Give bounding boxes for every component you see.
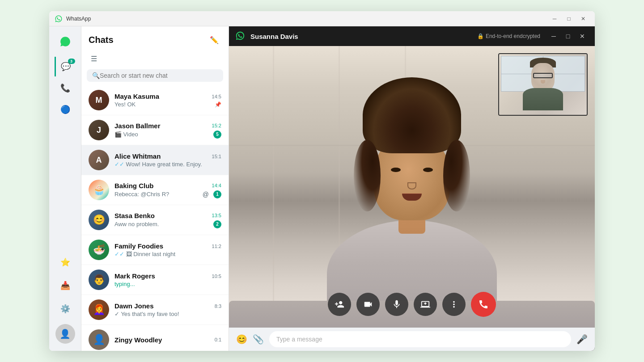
- hamburger-menu-button[interactable]: ☰: [87, 51, 101, 66]
- last-message: typing...: [114, 281, 221, 287]
- chats-panel: Chats ✏️ ☰ 🔍: [81, 26, 229, 351]
- call-window-controls: ─ □ ✕: [547, 31, 589, 42]
- camera-toggle-button[interactable]: [356, 293, 380, 316]
- chat-info: Alice Whitman 15:1 ✓✓ Wow! Have great ti…: [114, 152, 221, 168]
- sidebar-item-archived[interactable]: 📥: [55, 276, 75, 295]
- chats-header: Chats ✏️: [81, 26, 229, 51]
- contact-name: Stasa Benko: [114, 212, 155, 219]
- chat-info: Mark Rogers 10:5 typing...: [114, 272, 221, 287]
- voice-message-button[interactable]: 🎤: [576, 334, 588, 345]
- sidebar-item-status[interactable]: 🔵: [55, 100, 75, 119]
- list-item[interactable]: 👤 Zingy Woodley 0:1: [81, 325, 229, 351]
- search-icon: 🔍: [92, 72, 100, 79]
- unread-badge: 3: [68, 59, 75, 64]
- message-time: 15:2: [212, 123, 221, 128]
- new-chat-button[interactable]: ✏️: [207, 33, 221, 47]
- sidebar-item-chats[interactable]: 💬 3: [55, 57, 76, 76]
- person-right-eye: [423, 168, 433, 172]
- maximize-button[interactable]: □: [563, 14, 575, 23]
- self-view-face: [531, 63, 555, 91]
- pin-icon: 📌: [215, 101, 221, 108]
- add-participant-button[interactable]: [328, 293, 351, 316]
- contact-name: Mark Rogers: [114, 272, 155, 280]
- attachment-button[interactable]: 📎: [253, 334, 264, 345]
- message-input[interactable]: [269, 331, 571, 347]
- archive-icon: 📥: [60, 281, 70, 290]
- call-contact-name: Susanna Davis: [250, 33, 477, 40]
- avatar: A: [89, 150, 109, 170]
- last-message: Aww no problem.: [114, 221, 211, 227]
- message-time: 10:5: [212, 274, 221, 279]
- more-options-button[interactable]: [442, 293, 466, 316]
- call-controls: [328, 292, 496, 317]
- chat-info: Stasa Benko 13:5 Aww no problem. 2: [114, 212, 221, 228]
- pencil-icon: ✏️: [210, 36, 219, 44]
- last-message: Rebecca: @Chris R?: [114, 191, 203, 198]
- message-time: 0:1: [215, 337, 221, 342]
- self-view-video: [498, 53, 588, 116]
- avatar: M: [89, 90, 109, 110]
- person-left-eye: [391, 168, 401, 172]
- encryption-indicator: 🔒 End-to-end endcrypted: [477, 33, 540, 39]
- video-call-window: Susanna Davis 🔒 End-to-end endcrypted ─ …: [229, 26, 595, 351]
- end-call-button[interactable]: [471, 292, 496, 317]
- emoji-button[interactable]: 😊: [236, 334, 247, 345]
- status-icon: 🔵: [60, 105, 70, 114]
- avatar: 🧁: [89, 180, 109, 200]
- contact-name: Family Foodies: [114, 242, 163, 250]
- profile-avatar[interactable]: 👤: [55, 324, 75, 344]
- mute-microphone-button[interactable]: [385, 293, 408, 316]
- contact-name: Jason Ballmer: [114, 122, 161, 130]
- close-button[interactable]: ✕: [577, 14, 589, 23]
- list-item[interactable]: 🍜 Family Foodies 11:2 ✓✓ 🖼 Dinner last n…: [81, 235, 229, 265]
- list-item[interactable]: M Maya Kasuma 14:5 Yes! OK 📌: [81, 85, 229, 115]
- sidebar-logo: [55, 32, 75, 51]
- avatar: J: [89, 120, 109, 140]
- person-mouth: [402, 194, 422, 201]
- unread-badge: 2: [213, 220, 221, 228]
- sidebar: 💬 3 📞 🔵 ⭐ 📥 ⚙️: [49, 26, 81, 351]
- list-item[interactable]: 👩‍🦰 Dawn Jones 8:3 ✓ Yes that's my fave …: [81, 295, 229, 325]
- chat-info: Dawn Jones 8:3 ✓ Yes that's my fave too!: [114, 302, 221, 317]
- person-hair-left: [354, 140, 381, 211]
- self-view-nose: [541, 80, 545, 84]
- person-hair-top: [363, 77, 461, 153]
- chats-title: Chats: [89, 35, 114, 45]
- last-message: ✓✓ 🖼 Dinner last night: [114, 251, 221, 257]
- minimize-button[interactable]: ─: [548, 14, 561, 23]
- whatsapp-call-logo: [235, 31, 246, 42]
- video-call-titlebar: Susanna Davis 🔒 End-to-end endcrypted ─ …: [229, 26, 595, 46]
- sidebar-item-calls[interactable]: 📞: [55, 78, 75, 98]
- message-time: 13:5: [212, 213, 221, 218]
- person-hair-right: [443, 140, 470, 211]
- call-maximize-button[interactable]: □: [562, 31, 574, 42]
- last-message: ✓✓ Wow! Have great time. Enjoy.: [114, 161, 221, 168]
- list-item[interactable]: 😊 Stasa Benko 13:5 Aww no problem. 2: [81, 205, 229, 235]
- mention-icon: @: [203, 191, 209, 198]
- message-time: 14:5: [212, 94, 221, 99]
- list-item[interactable]: 🧁 Baking Club 14:4 Rebecca: @Chris R? @ …: [81, 175, 229, 205]
- sidebar-item-starred[interactable]: ⭐: [55, 253, 75, 272]
- settings-icon: ⚙️: [60, 304, 70, 314]
- avatar: 👩‍🦰: [89, 299, 109, 320]
- list-item[interactable]: 👨 Mark Rogers 10:5 typing...: [81, 265, 229, 295]
- call-minimize-button[interactable]: ─: [547, 31, 560, 42]
- search-input[interactable]: [100, 72, 218, 79]
- avatar: 🍜: [89, 240, 109, 260]
- call-close-button[interactable]: ✕: [576, 31, 589, 42]
- whatsapp-logo-icon: [55, 15, 63, 23]
- phone-icon: 📞: [60, 83, 70, 93]
- search-bar: 🔍: [87, 69, 223, 82]
- video-main-feed: [229, 46, 595, 328]
- message-time: 8:3: [215, 303, 221, 309]
- chats-header-icons: ✏️: [207, 33, 221, 47]
- last-message: 🎬 Video: [114, 131, 211, 138]
- avatar: 👨: [89, 269, 109, 290]
- sidebar-item-settings[interactable]: ⚙️: [55, 299, 75, 319]
- lock-icon: 🔒: [477, 33, 484, 39]
- screen-share-button[interactable]: [414, 293, 437, 316]
- message-time: 14:4: [212, 183, 221, 188]
- list-item[interactable]: A Alice Whitman 15:1 ✓✓ Wow! Have great …: [81, 145, 229, 175]
- message-time: 11:2: [212, 244, 221, 249]
- list-item[interactable]: J Jason Ballmer 15:2 🎬 Video 5: [81, 115, 229, 145]
